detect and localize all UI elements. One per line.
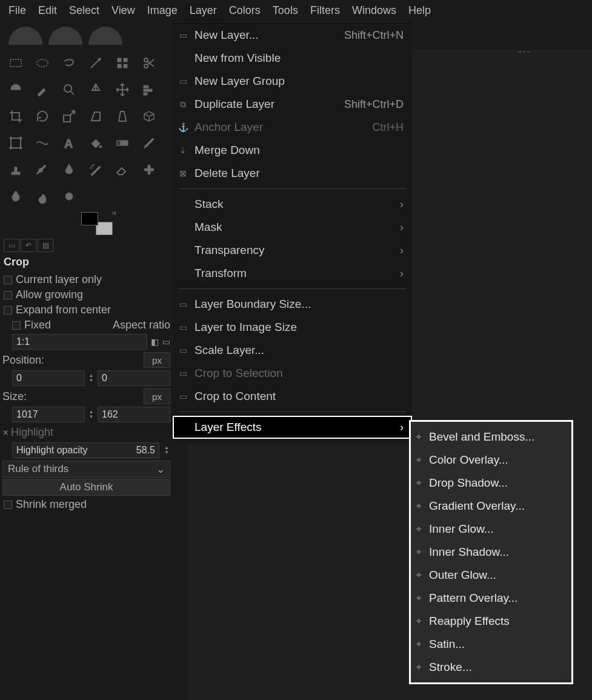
tool-zoom[interactable]: [57, 78, 81, 102]
tool-brush[interactable]: [30, 158, 55, 182]
menuitem-scale-layer[interactable]: ▭Scale Layer...: [173, 339, 412, 362]
menuitem-merge-down[interactable]: ⇣Merge Down: [173, 139, 412, 162]
dock-tab-device[interactable]: ↶: [21, 239, 36, 252]
tool-bucket[interactable]: [84, 131, 108, 155]
menu-view[interactable]: View: [105, 2, 141, 22]
menu-colors[interactable]: Colors: [223, 2, 267, 22]
menu-select[interactable]: Select: [63, 2, 105, 22]
opt-fixed[interactable]: Fixed: [12, 319, 51, 332]
menuitem-new-layer-group[interactable]: ▭New Layer Group: [173, 70, 412, 93]
menuitem-layer-effects[interactable]: Layer Effects›: [173, 416, 412, 439]
menuitem-transform[interactable]: Transform›: [173, 262, 412, 285]
tool-warp[interactable]: [30, 131, 55, 155]
menu-file[interactable]: File: [2, 2, 32, 22]
submenu-color-overlay[interactable]: ✧Color Overlay...: [411, 448, 571, 472]
position-y-input[interactable]: 0: [98, 370, 170, 386]
tool-by-color[interactable]: [110, 51, 135, 75]
tool-shear[interactable]: [84, 104, 108, 128]
menuitem-duplicate-layer[interactable]: ⧉Duplicate LayerShift+Ctrl+D: [173, 93, 412, 116]
tool-scissors[interactable]: [137, 51, 161, 75]
tool-blur[interactable]: [4, 184, 28, 208]
fg-color[interactable]: [81, 212, 98, 225]
tool-heal[interactable]: [137, 158, 161, 182]
tool-text[interactable]: A: [57, 131, 81, 155]
tool-move[interactable]: [110, 78, 135, 102]
menuitem-layer-boundary-size[interactable]: ▭Layer Boundary Size...: [173, 293, 412, 316]
opt-allow-growing[interactable]: Allow growing: [2, 287, 170, 302]
stepper-icon[interactable]: ▲▼: [88, 407, 94, 422]
svg-rect-23: [12, 172, 20, 175]
menuitem-crop-to-content[interactable]: ▭Crop to Content: [173, 385, 412, 408]
boundary-icon: ▭: [178, 299, 188, 309]
position-unit[interactable]: px: [144, 352, 170, 368]
menuitem-delete-layer[interactable]: ⊠Delete Layer: [173, 162, 412, 185]
tool-eraser[interactable]: [110, 158, 135, 182]
submenu-stroke[interactable]: ✧Stroke...: [411, 656, 571, 679]
tool-rect-select[interactable]: [4, 51, 28, 75]
tool-dodge[interactable]: [57, 184, 81, 208]
tool-airbrush[interactable]: [84, 158, 108, 182]
tool-3d[interactable]: [137, 104, 161, 128]
tool-lasso[interactable]: [57, 51, 81, 75]
orientation-portrait-icon[interactable]: ◧: [151, 337, 159, 347]
auto-shrink-button[interactable]: Auto Shrink: [2, 479, 170, 496]
menuitem-layer-to-image-size[interactable]: ▭Layer to Image Size: [173, 316, 412, 339]
tool-align[interactable]: [137, 78, 161, 102]
tool-gradient[interactable]: [110, 131, 135, 155]
tool-perspective[interactable]: [110, 104, 135, 128]
tool-smudge[interactable]: [30, 184, 55, 208]
position-x-input[interactable]: 0: [12, 370, 85, 386]
tool-stamp[interactable]: [4, 158, 28, 182]
submenu-bevel-emboss[interactable]: ✧Bevel and Emboss...: [411, 425, 571, 448]
menuitem-mask[interactable]: Mask›: [173, 216, 412, 239]
submenu-drop-shadow[interactable]: ✧Drop Shadow...: [411, 472, 571, 495]
menuitem-new-layer[interactable]: ▭New Layer...Shift+Ctrl+N: [173, 24, 412, 47]
stepper-icon[interactable]: ▲▼: [163, 442, 170, 458]
tool-ellipse-select[interactable]: [30, 51, 55, 75]
tool-scale[interactable]: [57, 104, 81, 128]
submenu-gradient-overlay[interactable]: ✧Gradient Overlay...: [411, 495, 571, 518]
orientation-landscape-icon[interactable]: ▭: [162, 337, 170, 347]
submenu-inner-shadow[interactable]: ✧Inner Shadow...: [411, 541, 571, 564]
tool-rotate[interactable]: [30, 104, 55, 128]
tool-wand[interactable]: [84, 51, 108, 75]
opt-shrink-merged[interactable]: Shrink merged: [2, 497, 170, 512]
swap-colors-icon[interactable]: ⤭: [111, 210, 116, 216]
expander-icon[interactable]: ✕: [2, 428, 8, 437]
submenu-pattern-overlay[interactable]: ✧Pattern Overlay...: [411, 587, 571, 610]
menu-help[interactable]: Help: [402, 2, 437, 22]
tool-crop[interactable]: [4, 104, 28, 128]
tool-measure[interactable]: [84, 78, 108, 102]
guides-select[interactable]: Rule of thirds⌄: [2, 461, 170, 478]
menu-layer[interactable]: Layer: [184, 2, 223, 22]
submenu-satin[interactable]: ✧Satin...: [411, 633, 571, 656]
submenu-reapply-effects[interactable]: ✧Reapply Effects: [411, 610, 571, 633]
menuitem-new-from-visible[interactable]: New from Visible: [173, 47, 412, 70]
tool-pencil[interactable]: [137, 131, 161, 155]
size-h-input[interactable]: 162: [98, 407, 170, 422]
dock-tab-images[interactable]: ▤: [38, 239, 53, 252]
menu-windows[interactable]: Windows: [346, 2, 402, 22]
menu-edit[interactable]: Edit: [32, 2, 63, 22]
opt-expand-from-center[interactable]: Expand from center: [2, 302, 170, 318]
tool-foreground-select[interactable]: [4, 78, 28, 102]
menuitem-stack[interactable]: Stack›: [173, 193, 412, 216]
menu-filters[interactable]: Filters: [304, 2, 346, 22]
color-swatch[interactable]: ⤭: [81, 212, 113, 235]
opt-current-layer-only[interactable]: Current layer only: [2, 272, 170, 287]
size-unit[interactable]: px: [144, 388, 170, 404]
dock-tab-tool-options[interactable]: ▭: [4, 239, 19, 252]
highlight-opacity-input[interactable]: Highlight opacity 58.5: [12, 442, 159, 458]
submenu-inner-glow[interactable]: ✧Inner Glow...: [411, 518, 571, 541]
tool-handle[interactable]: [4, 131, 28, 155]
submenu-outer-glow[interactable]: ✧Outer Glow...: [411, 564, 571, 587]
size-w-input[interactable]: 1017: [12, 407, 85, 422]
aspect-ratio-input[interactable]: 1:1: [12, 334, 147, 350]
menuitem-transparency[interactable]: Transparency›: [173, 239, 412, 262]
stepper-icon[interactable]: ▲▼: [88, 370, 94, 386]
tool-ink[interactable]: [57, 158, 81, 182]
menu-tools[interactable]: Tools: [267, 2, 304, 22]
bg-color[interactable]: [96, 222, 113, 235]
tool-color-picker[interactable]: [30, 78, 55, 102]
menu-image[interactable]: Image: [141, 2, 184, 22]
